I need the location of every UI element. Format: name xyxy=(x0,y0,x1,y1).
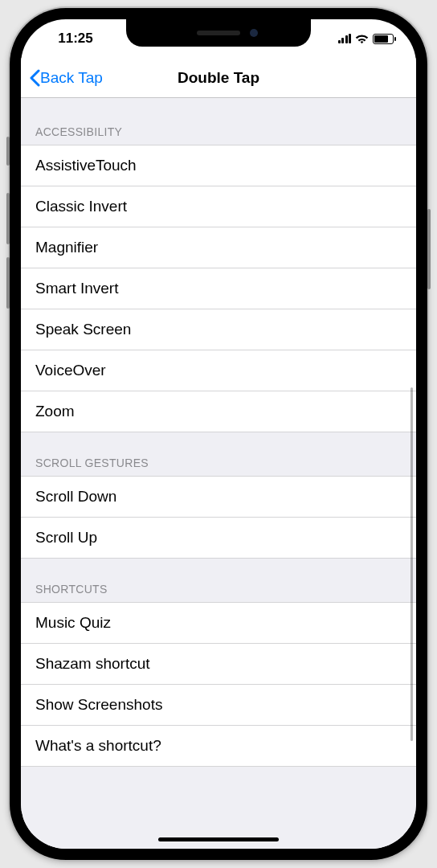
screen: 11:25 Back Tap Double Tap ACCESSI xyxy=(21,19,416,849)
list-item[interactable]: Scroll Up xyxy=(21,518,416,559)
list-item[interactable]: Smart Invert xyxy=(21,268,416,309)
row-label: Classic Invert xyxy=(35,198,127,215)
list-item[interactable]: AssistiveTouch xyxy=(21,145,416,186)
row-label: What's a shortcut? xyxy=(35,737,161,754)
row-label: Scroll Up xyxy=(35,529,97,546)
content-scroll[interactable]: ACCESSIBILITY AssistiveTouch Classic Inv… xyxy=(21,98,416,849)
side-button xyxy=(6,137,10,166)
status-time: 11:25 xyxy=(43,31,108,47)
section-header-shortcuts: SHORTCUTS xyxy=(21,559,416,602)
page-title: Double Tap xyxy=(178,69,259,87)
row-label: Speak Screen xyxy=(35,321,131,338)
list-item[interactable]: Speak Screen xyxy=(21,309,416,350)
list-item[interactable]: VoiceOver xyxy=(21,350,416,391)
battery-icon xyxy=(373,34,394,44)
home-indicator[interactable] xyxy=(158,837,279,841)
wifi-icon xyxy=(355,34,369,44)
list-item[interactable]: What's a shortcut? xyxy=(21,726,416,767)
section-header-accessibility: ACCESSIBILITY xyxy=(21,98,416,145)
list-item[interactable]: Music Quiz xyxy=(21,602,416,644)
row-label: Music Quiz xyxy=(35,614,111,631)
side-button xyxy=(427,209,431,289)
iphone-frame: 11:25 Back Tap Double Tap ACCESSI xyxy=(10,8,427,860)
list-item[interactable]: Shazam shortcut xyxy=(21,644,416,685)
navigation-bar: Back Tap Double Tap xyxy=(21,58,416,98)
row-label: AssistiveTouch xyxy=(35,157,137,174)
speaker xyxy=(197,31,240,35)
list-item[interactable]: Scroll Down xyxy=(21,476,416,518)
row-label: Smart Invert xyxy=(35,280,118,297)
back-button[interactable]: Back Tap xyxy=(21,69,103,87)
list-item[interactable]: Zoom xyxy=(21,391,416,432)
side-button xyxy=(6,193,10,244)
row-label: Scroll Down xyxy=(35,488,116,505)
notch xyxy=(126,19,311,47)
side-button xyxy=(6,257,10,309)
row-label: Show Screenshots xyxy=(35,696,162,713)
cellular-icon xyxy=(338,34,352,43)
row-label: Magnifier xyxy=(35,239,98,256)
row-label: Zoom xyxy=(35,403,75,420)
section-header-scroll-gestures: SCROLL GESTURES xyxy=(21,432,416,476)
list-item[interactable]: Classic Invert xyxy=(21,186,416,227)
status-indicators xyxy=(321,34,394,44)
row-label: VoiceOver xyxy=(35,362,106,379)
list-item[interactable]: Show Screenshots xyxy=(21,685,416,726)
list-item[interactable]: Magnifier xyxy=(21,227,416,268)
row-label: Shazam shortcut xyxy=(35,655,150,672)
front-camera xyxy=(250,29,258,37)
chevron-left-icon xyxy=(29,69,40,87)
back-label: Back Tap xyxy=(40,69,103,87)
scroll-indicator[interactable] xyxy=(410,387,413,741)
